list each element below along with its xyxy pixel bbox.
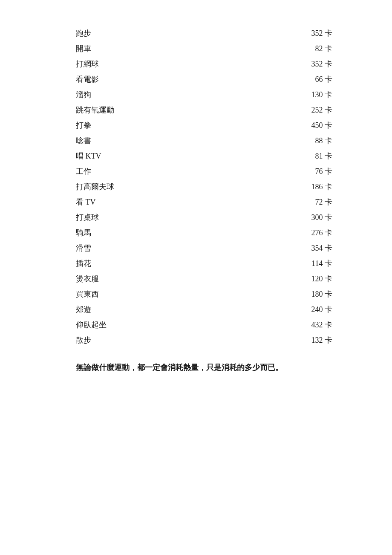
table-row: 買東西180 卡 [76,286,358,302]
activity-calories: 81 卡 [170,148,358,164]
activity-name: 插花 [76,256,170,271]
activity-calories: 300 卡 [170,210,358,225]
activity-name: 打桌球 [76,210,170,225]
activity-calories: 132 卡 [170,332,358,348]
table-row: 跳有氧運動252 卡 [76,102,358,118]
table-row: 打高爾夫球186 卡 [76,179,358,194]
activity-calories: 120 卡 [170,271,358,286]
table-row: 滑雪354 卡 [76,240,358,256]
activity-name: 跑步 [76,26,170,41]
table-row: 燙衣服120 卡 [76,271,358,286]
activity-name: 打拳 [76,118,170,133]
activity-name: 開車 [76,41,170,56]
activity-calories: 180 卡 [170,286,358,302]
table-row: 看電影66 卡 [76,72,358,87]
table-row: 騎馬276 卡 [76,225,358,240]
main-content: 跑步352 卡開車82 卡打網球352 卡看電影66 卡溜狗130 卡跳有氧運動… [76,26,358,374]
activity-name: 燙衣服 [76,271,170,286]
table-row: 開車82 卡 [76,41,358,56]
table-row: 工作76 卡 [76,164,358,179]
activity-calories: 352 卡 [170,56,358,72]
table-row: 郊遊240 卡 [76,302,358,317]
activity-calories: 76 卡 [170,164,358,179]
activity-table: 跑步352 卡開車82 卡打網球352 卡看電影66 卡溜狗130 卡跳有氧運動… [76,26,358,348]
table-row: 跑步352 卡 [76,26,358,41]
table-row: 仰臥起坐432 卡 [76,317,358,332]
activity-name: 工作 [76,164,170,179]
activity-calories: 450 卡 [170,118,358,133]
activity-calories: 66 卡 [170,72,358,87]
activity-name: 郊遊 [76,302,170,317]
activity-calories: 432 卡 [170,317,358,332]
activity-calories: 240 卡 [170,302,358,317]
table-row: 溜狗130 卡 [76,87,358,102]
table-row: 散步132 卡 [76,332,358,348]
activity-name: 買東西 [76,286,170,302]
activity-name: 散步 [76,332,170,348]
activity-name: 打高爾夫球 [76,179,170,194]
activity-name: 唱 KTV [76,148,170,164]
table-row: 唱 KTV81 卡 [76,148,358,164]
summary-text: 無論做什麼運動，都一定會消耗熱量，只是消耗的多少而已。 [76,361,358,374]
table-row: 唸書88 卡 [76,133,358,148]
activity-name: 打網球 [76,56,170,72]
activity-calories: 72 卡 [170,194,358,210]
table-row: 打桌球300 卡 [76,210,358,225]
activity-calories: 88 卡 [170,133,358,148]
activity-calories: 352 卡 [170,26,358,41]
table-row: 插花114 卡 [76,256,358,271]
activity-name: 跳有氧運動 [76,102,170,118]
activity-name: 看 TV [76,194,170,210]
activity-calories: 354 卡 [170,240,358,256]
activity-calories: 276 卡 [170,225,358,240]
activity-name: 仰臥起坐 [76,317,170,332]
activity-name: 騎馬 [76,225,170,240]
table-row: 看 TV72 卡 [76,194,358,210]
activity-name: 看電影 [76,72,170,87]
activity-calories: 130 卡 [170,87,358,102]
table-row: 打網球352 卡 [76,56,358,72]
activity-calories: 252 卡 [170,102,358,118]
activity-calories: 186 卡 [170,179,358,194]
activity-name: 溜狗 [76,87,170,102]
activity-calories: 114 卡 [170,256,358,271]
activity-name: 滑雪 [76,240,170,256]
table-row: 打拳450 卡 [76,118,358,133]
activity-calories: 82 卡 [170,41,358,56]
activity-name: 唸書 [76,133,170,148]
